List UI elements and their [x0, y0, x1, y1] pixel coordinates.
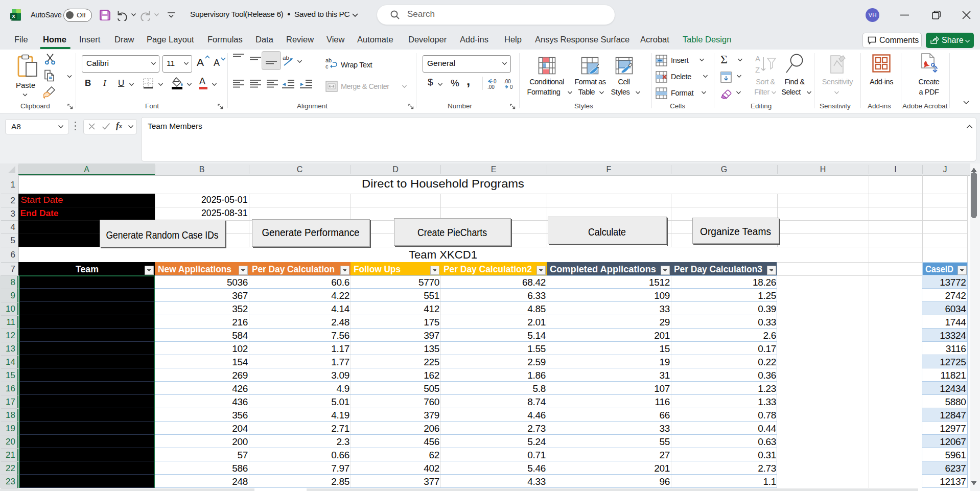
svg-text:Follow Ups: Follow Ups: [354, 264, 401, 274]
svg-text:367: 367: [232, 290, 248, 301]
svg-text:200: 200: [232, 436, 248, 447]
svg-text:15: 15: [659, 343, 670, 354]
svg-text:7: 7: [11, 264, 15, 274]
svg-text:End Date: End Date: [20, 208, 59, 218]
svg-text:135: 135: [424, 343, 439, 354]
svg-text:397: 397: [424, 330, 439, 341]
svg-text:F: F: [606, 165, 612, 174]
svg-text:0.63: 0.63: [758, 436, 776, 447]
svg-text:31: 31: [659, 370, 670, 381]
svg-text:5.24: 5.24: [527, 436, 546, 447]
svg-text:1.17: 1.17: [331, 343, 349, 354]
svg-text:2.71: 2.71: [331, 423, 349, 434]
svg-text:6.33: 6.33: [527, 290, 546, 301]
svg-text:Per Day Calculation: Per Day Calculation: [252, 264, 335, 274]
svg-text:15: 15: [6, 370, 15, 380]
svg-text:16: 16: [6, 384, 15, 393]
svg-text:2025-05-01: 2025-05-01: [201, 195, 248, 205]
svg-text:3116: 3116: [946, 343, 966, 354]
svg-text:162: 162: [424, 370, 439, 381]
svg-text:5036: 5036: [227, 277, 248, 288]
svg-text:760: 760: [424, 396, 439, 407]
svg-text:Calculate: Calculate: [588, 226, 626, 238]
svg-text:2025-08-31: 2025-08-31: [201, 208, 248, 218]
svg-text:269: 269: [232, 370, 248, 381]
svg-text:11: 11: [6, 317, 15, 327]
svg-text:154: 154: [232, 357, 248, 367]
svg-text:4.85: 4.85: [527, 303, 546, 314]
svg-text:Team XKCD1: Team XKCD1: [409, 248, 477, 261]
svg-text:60.6: 60.6: [331, 277, 349, 288]
svg-text:201: 201: [654, 463, 670, 474]
svg-text:1744: 1744: [945, 317, 966, 328]
svg-text:201: 201: [654, 330, 670, 341]
svg-text:1: 1: [11, 180, 15, 190]
svg-text:12725: 12725: [940, 357, 966, 367]
svg-text:12434: 12434: [940, 383, 966, 394]
svg-text:5961: 5961: [945, 450, 966, 460]
svg-text:6: 6: [11, 250, 15, 260]
svg-text:4.22: 4.22: [331, 290, 349, 301]
svg-text:0.66: 0.66: [331, 450, 349, 460]
svg-text:6237: 6237: [945, 463, 966, 474]
svg-text:2.85: 2.85: [331, 476, 349, 487]
svg-text:107: 107: [654, 383, 670, 394]
svg-text:0.33: 0.33: [758, 317, 776, 328]
svg-text:Z: Z: [755, 65, 760, 74]
svg-text:1.1: 1.1: [763, 476, 776, 487]
svg-text:20: 20: [6, 437, 15, 447]
svg-text:379: 379: [424, 410, 439, 420]
svg-text:216: 216: [232, 317, 248, 328]
svg-text:204: 204: [232, 423, 248, 434]
svg-text:62: 62: [429, 450, 439, 460]
svg-text:C: C: [297, 165, 303, 174]
svg-text:248: 248: [232, 476, 248, 487]
svg-text:4.14: 4.14: [331, 303, 350, 314]
svg-text:Create PieCharts: Create PieCharts: [417, 226, 487, 238]
svg-text:505: 505: [424, 383, 439, 394]
svg-text:102: 102: [232, 343, 248, 354]
svg-text:18: 18: [6, 410, 15, 420]
svg-text:7.56: 7.56: [331, 330, 349, 341]
svg-text:109: 109: [654, 290, 670, 301]
svg-text:I: I: [894, 165, 896, 174]
svg-text:19: 19: [659, 357, 670, 367]
svg-text:356: 356: [232, 410, 248, 420]
svg-text:D: D: [392, 165, 399, 174]
svg-text:1.77: 1.77: [331, 357, 349, 367]
svg-text:2.6: 2.6: [763, 330, 776, 341]
svg-text:0.31: 0.31: [758, 450, 776, 460]
svg-text:A: A: [84, 165, 89, 174]
svg-text:1.86: 1.86: [527, 370, 546, 381]
svg-text:225: 225: [424, 357, 439, 367]
svg-text:412: 412: [424, 303, 439, 314]
svg-text:5.8: 5.8: [532, 383, 546, 394]
svg-text:5.14: 5.14: [527, 330, 546, 341]
svg-text:586: 586: [232, 463, 248, 474]
svg-text:5.46: 5.46: [527, 463, 546, 474]
svg-text:7.97: 7.97: [331, 463, 349, 474]
svg-text:175: 175: [424, 317, 439, 328]
svg-text:456: 456: [424, 436, 439, 447]
svg-text:2.48: 2.48: [331, 317, 349, 328]
svg-text:Generate Performance: Generate Performance: [262, 226, 360, 238]
svg-text:2: 2: [11, 196, 15, 205]
svg-text:68.42: 68.42: [522, 277, 546, 288]
svg-text:Direct to Household Programs: Direct to Household Programs: [362, 177, 524, 190]
svg-text:Per Day Calculation3: Per Day Calculation3: [674, 264, 762, 274]
svg-text:3.09: 3.09: [331, 370, 349, 381]
svg-text:J: J: [943, 165, 947, 174]
svg-text:10: 10: [6, 304, 15, 314]
svg-text:A: A: [755, 54, 760, 63]
svg-text:E: E: [491, 165, 497, 174]
svg-text:0.78: 0.78: [758, 410, 776, 420]
svg-text:55: 55: [659, 436, 670, 447]
svg-text:2.59: 2.59: [527, 357, 546, 367]
svg-text:2.3: 2.3: [336, 436, 349, 447]
svg-text:12137: 12137: [940, 476, 966, 487]
svg-text:2.01: 2.01: [527, 317, 546, 328]
svg-text:ab: ab: [283, 55, 289, 61]
svg-text:23: 23: [6, 477, 15, 486]
svg-text:27: 27: [659, 450, 670, 460]
svg-text:352: 352: [232, 303, 248, 314]
